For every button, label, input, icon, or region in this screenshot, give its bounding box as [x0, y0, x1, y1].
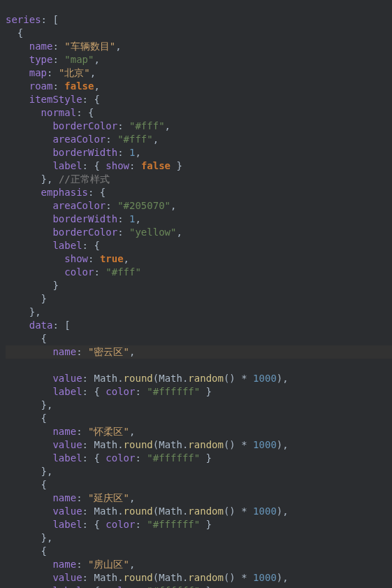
token-prop: show — [64, 253, 88, 264]
code-line: label: { color: "#ffffff" } — [6, 452, 212, 464]
token-prop: name — [52, 346, 76, 357]
token-prop: borderWidth — [52, 147, 117, 158]
token-prop: name — [52, 559, 76, 570]
token-prop: label — [52, 240, 82, 251]
code-line: name: "车辆数目", — [6, 41, 122, 52]
token-number: 1000 — [253, 572, 277, 583]
token-prop: normal — [41, 107, 77, 118]
token-prop: value — [52, 505, 82, 517]
token-prop: borderColor — [52, 120, 117, 131]
token-prop: label — [52, 519, 82, 530]
token-object: Math — [159, 572, 182, 583]
token-prop: itemStyle — [29, 94, 82, 105]
token-object: Math — [94, 373, 117, 384]
token-literal: false — [141, 160, 170, 171]
token-object: Math — [159, 439, 182, 450]
token-string: "怀柔区" — [88, 426, 129, 437]
token-prop: value — [52, 572, 82, 583]
token-method: round — [124, 505, 153, 517]
token-prop: color — [106, 386, 135, 397]
token-object: Math — [159, 373, 182, 384]
token-literal: false — [64, 80, 94, 92]
code-line: itemStyle: { — [6, 94, 100, 105]
token-prop: borderColor — [52, 227, 117, 238]
token-string: "#fff" — [117, 134, 153, 145]
token-prop: areaColor — [52, 134, 106, 145]
token-prop: label — [52, 452, 82, 464]
code-line: }, — [6, 399, 52, 410]
code-block: series: [ { name: "车辆数目", type: "map", m… — [0, 0, 392, 588]
token-prop: emphasis — [41, 187, 88, 198]
token-string: "北京" — [59, 67, 90, 78]
code-line: }, — [6, 466, 52, 477]
code-line: data: [ — [6, 320, 71, 331]
code-line: color: "#fff" — [6, 266, 141, 278]
code-line: areaColor: "#205070", — [6, 200, 176, 211]
token-prop: type — [29, 54, 53, 65]
token-string: "yellow" — [129, 227, 176, 238]
code-line: name: "怀柔区", — [6, 426, 135, 437]
token-string: "map" — [64, 54, 94, 65]
code-line: { — [6, 27, 23, 38]
code-line: value: Math.round(Math.random() * 1000), — [6, 505, 289, 517]
code-line: borderColor: "yellow", — [6, 227, 182, 238]
code-line: value: Math.round(Math.random() * 1000), — [6, 572, 289, 583]
token-string: "密云区" — [88, 346, 129, 357]
code-line: label: { show: false } — [6, 160, 182, 171]
code-line: emphasis: { — [6, 187, 106, 198]
token-method: random — [188, 505, 224, 517]
code-line: label: { color: "#ffffff" } — [6, 386, 212, 397]
code-line: borderColor: "#fff", — [6, 120, 170, 131]
token-method: random — [188, 439, 224, 450]
token-string: "#205070" — [117, 200, 170, 211]
code-line: name: "延庆区", — [6, 492, 135, 503]
token-prop: color — [64, 266, 94, 278]
token-string: "#ffffff" — [147, 452, 200, 464]
code-line: series: [ — [6, 14, 59, 25]
token-method: round — [124, 439, 153, 450]
code-line: value: Math.round(Math.random() * 1000), — [6, 373, 289, 384]
code-line: borderWidth: 1, — [6, 213, 141, 224]
code-line: } — [6, 280, 59, 291]
token-literal: true — [100, 253, 124, 264]
code-editor[interactable]: series: [ { name: "车辆数目", type: "map", m… — [0, 0, 392, 588]
token-string: "#ffffff" — [147, 585, 200, 588]
code-line: { — [6, 333, 47, 344]
token-method: round — [124, 373, 153, 384]
code-line: value: Math.round(Math.random() * 1000), — [6, 439, 289, 450]
token-prop: label — [52, 585, 82, 588]
code-line: label: { color: "#ffffff" } — [6, 519, 212, 530]
token-object: Math — [159, 505, 182, 517]
token-number: 1000 — [253, 373, 277, 384]
token-prop: color — [106, 519, 135, 530]
token-method: random — [188, 572, 224, 583]
token-method: random — [188, 373, 224, 384]
token-prop: value — [52, 439, 82, 450]
token-prop: color — [106, 452, 135, 464]
token-object: Math — [94, 439, 117, 450]
token-object: Math — [94, 505, 117, 517]
token-prop: show — [106, 160, 129, 171]
code-line: type: "map", — [6, 54, 100, 65]
code-line: { — [6, 479, 47, 490]
code-line: name: "房山区", — [6, 559, 135, 570]
code-line: } — [6, 293, 47, 304]
token-string: "车辆数目" — [64, 41, 115, 52]
token-number: 1000 — [253, 505, 277, 517]
code-line: areaColor: "#fff", — [6, 134, 159, 145]
token-method: round — [124, 572, 153, 583]
code-line: label: { — [6, 240, 100, 251]
token-prop: borderWidth — [52, 213, 117, 224]
code-line: borderWidth: 1, — [6, 147, 141, 158]
token-string: "房山区" — [88, 559, 129, 570]
token-prop: name — [52, 426, 76, 437]
token-prop: data — [29, 320, 53, 331]
token-prop: value — [52, 373, 82, 384]
token-prop: name — [52, 492, 76, 503]
token-string: "#fff" — [129, 120, 165, 131]
token-prop: roam — [29, 80, 53, 92]
code-line: }, — [6, 306, 41, 317]
token-string: "#fff" — [106, 266, 141, 278]
code-line: show: true, — [6, 253, 129, 264]
token-prop: label — [52, 160, 82, 171]
